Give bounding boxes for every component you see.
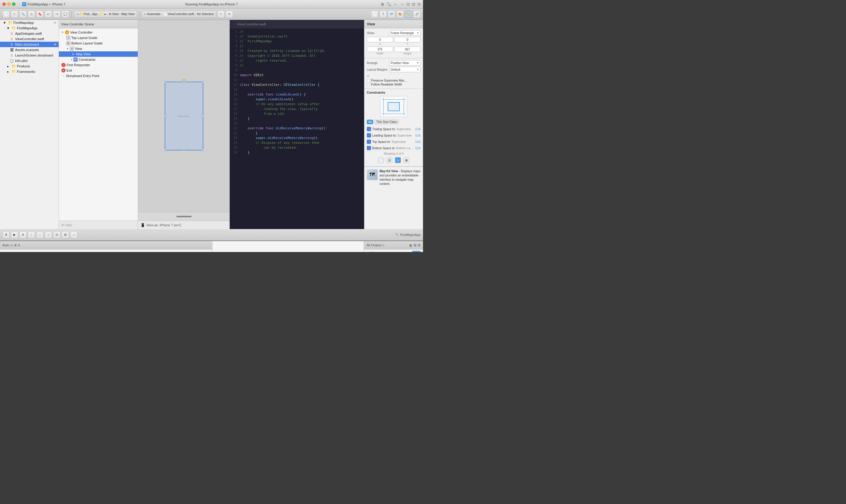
arrange-select[interactable]: Position View ▼ <box>389 60 420 66</box>
close-button[interactable] <box>2 2 6 6</box>
x-input[interactable] <box>367 37 393 42</box>
canvas-content[interactable]: Map View <box>138 20 230 212</box>
handle-mr[interactable] <box>202 115 204 117</box>
sidebar-item-firstmapsapp-root[interactable]: ▼ 📁 FirstMapsApp M <box>0 20 59 25</box>
split-btn[interactable]: ⊡ <box>53 231 60 238</box>
handle-bl[interactable] <box>164 149 166 151</box>
show-select[interactable]: Frame Rectangle ▼ <box>389 30 420 36</box>
top-edit-button[interactable]: Edit <box>415 140 420 144</box>
handle-tl[interactable] <box>164 81 166 83</box>
nav-btn[interactable]: → <box>70 231 77 238</box>
tree-viewcontroller[interactable]: ▼ V View Controller <box>59 30 138 35</box>
minimize-button[interactable] <box>7 2 11 6</box>
leading-edit-button[interactable]: Edit <box>415 134 420 137</box>
y-input[interactable] <box>394 37 420 42</box>
attr-inspector-btn[interactable]: 🎨 <box>396 11 404 18</box>
file-inspector-btn[interactable]: 📄 <box>371 11 378 18</box>
width-input[interactable] <box>367 47 393 52</box>
tree-view[interactable]: ▼ V View <box>59 46 138 51</box>
size-inspector-btn[interactable]: 📐 <box>405 11 412 18</box>
tree-constraints[interactable]: ▸ ⊞ Constraints <box>59 57 138 62</box>
tree-toplayout[interactable]: T Top Layout Guide <box>59 35 138 40</box>
handle-br[interactable] <box>202 149 204 151</box>
tree-mapview[interactable]: M Map View <box>59 51 138 57</box>
info-icon[interactable]: ℹ <box>18 243 20 247</box>
this-size-class-button[interactable]: This Size Class <box>374 120 399 124</box>
split-output-icon[interactable]: ⊞ <box>414 243 416 247</box>
sidebar-item-frameworks[interactable]: ▸ 📁 Frameworks <box>0 69 59 74</box>
handle-tc[interactable] <box>183 81 185 83</box>
quick-help-btn[interactable]: ? <box>379 11 387 18</box>
code-breadcrumb[interactable]: ‹ › Automatic › 📄 ViewController.swift ›… <box>142 11 216 18</box>
identity-inspector-btn[interactable]: 🪪 <box>388 11 395 18</box>
storyboard-breadcrumb[interactable]: ‹ › 📁 First...App › 📁 ▸ › ⚙ View › Map V… <box>74 11 137 18</box>
ci-btn-1[interactable]: 📄 <box>378 157 384 163</box>
comment-button[interactable]: 💬 <box>61 11 69 18</box>
editor-nav-forward[interactable]: › <box>235 22 236 26</box>
nav-back[interactable]: ‹ <box>76 12 77 16</box>
clear-btn-icon[interactable]: 🗑 <box>409 244 412 247</box>
conn-inspector-btn[interactable]: 🔗 <box>413 11 420 18</box>
sidebar-item-launchscreen[interactable]: S LaunchScreen.storyboard <box>0 53 59 58</box>
follow-checkbox[interactable] <box>367 83 370 86</box>
step-into-btn[interactable]: ⏸ <box>19 231 26 238</box>
tree-firstresponder[interactable]: ! First Responder <box>59 62 138 68</box>
sidebar-item-products[interactable]: ▸ 📁 Products <box>0 64 59 69</box>
map-indicator[interactable]: map <box>412 251 420 252</box>
handle-bc[interactable] <box>183 149 185 151</box>
handle-tr[interactable] <box>202 81 204 83</box>
all-button[interactable]: All <box>367 120 373 124</box>
sidebar-item-viewcontroller[interactable]: S ViewController.swift <box>0 36 59 42</box>
layout-icon-5[interactable]: ⊡ <box>417 2 420 6</box>
leading-sub: Superview <box>397 134 412 137</box>
more-btn[interactable]: ↕ <box>45 231 52 238</box>
tree-bottomlayout[interactable]: B Bottom Layout Guide <box>59 40 138 46</box>
nav-forward[interactable]: › <box>78 12 78 16</box>
layout-icon-1[interactable]: ⊞ <box>381 2 384 6</box>
sidebar-item-assets[interactable]: 🖼 Assets.xcassets <box>0 47 59 53</box>
bookmark-button[interactable]: 🔖 <box>36 11 43 18</box>
preserve-checkbox[interactable] <box>367 79 370 82</box>
layout-icon-2[interactable]: 🔍 <box>386 2 391 6</box>
close-editor-button[interactable]: ✕ <box>226 11 233 18</box>
height-input[interactable] <box>394 47 420 52</box>
search-button[interactable]: 🔍 <box>19 11 26 18</box>
editor-content[interactable]: 1 // 2 // ViewController.swift 3 // Firs… <box>230 29 364 229</box>
editor-nav-back[interactable]: ‹ <box>232 22 234 26</box>
tree-exit[interactable]: X Exit <box>59 68 138 73</box>
forward-icon[interactable]: → <box>400 2 404 7</box>
step-over-btn[interactable]: ▶ <box>11 231 18 238</box>
tree-entrypoint[interactable]: → Storyboard Entry Point <box>59 73 138 78</box>
sidebar-item-appdelegate[interactable]: S AppDelegate.swift <box>0 31 59 36</box>
bottom-edit-button[interactable]: Edit <box>415 146 420 150</box>
back-icon[interactable]: ← <box>393 2 398 7</box>
trailing-edit-button[interactable]: Edit <box>415 127 420 131</box>
add-icon[interactable]: + <box>367 73 369 78</box>
sidebar-item-mainstoryboard[interactable]: S Main.storyboard M <box>0 42 59 47</box>
code-nav-forward[interactable]: › <box>146 12 146 16</box>
maximize-button[interactable] <box>12 2 15 6</box>
ci-btn-2[interactable]: ⊡ <box>386 157 393 163</box>
add-button[interactable]: + <box>11 11 18 18</box>
redo-button[interactable]: ↪ <box>53 11 60 18</box>
vert-btn[interactable]: ⊞ <box>61 231 69 238</box>
new-file-button[interactable]: 📄 <box>2 11 10 18</box>
undo-button[interactable]: ↩ <box>45 11 52 18</box>
down-btn[interactable]: ↓ <box>36 231 43 238</box>
eye-icon[interactable]: 👁 <box>14 244 17 247</box>
layout-icon-4[interactable]: ⊡ <box>412 2 415 6</box>
sidebar-item-firstmapsapp[interactable]: ▼ 📁 FirstMapsApp <box>0 25 59 31</box>
step-out-btn[interactable]: ↑ <box>28 231 35 238</box>
layoutmargins-select[interactable]: Default ▼ <box>389 67 420 72</box>
warn-button[interactable]: ⚠ <box>28 11 35 18</box>
ci-btn-4[interactable]: ⊞ <box>403 157 409 163</box>
code-nav-back[interactable]: ‹ <box>144 12 145 16</box>
ci-btn-3[interactable]: ⊙ <box>395 157 401 163</box>
layout-icon-3[interactable]: ⊡ <box>407 2 410 6</box>
settings-output-icon[interactable]: ⚙ <box>417 243 420 247</box>
handle-ml[interactable] <box>164 115 166 117</box>
add-editor-button[interactable]: + <box>217 11 224 18</box>
iphone-view-frame[interactable]: Map View <box>165 82 203 150</box>
error-btn[interactable]: ⬇ <box>2 231 10 238</box>
sidebar-item-infoplist[interactable]: 📋 Info.plist <box>0 58 59 64</box>
